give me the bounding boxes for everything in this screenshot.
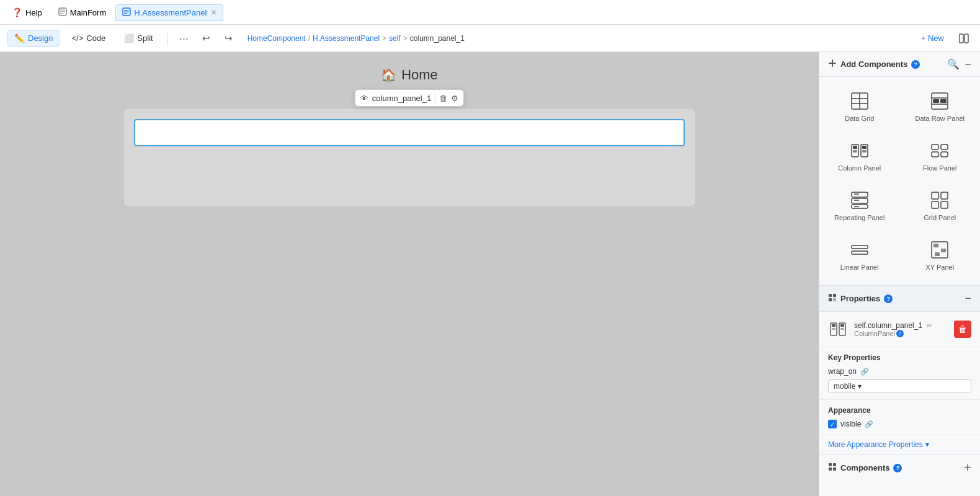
repeating-panel-label: Repeating Panel: [834, 214, 884, 221]
breadcrumb-arrow-1: >: [382, 34, 386, 43]
search-icon[interactable]: 🔍: [947, 58, 960, 70]
svg-rect-57: [829, 467, 832, 471]
component-grid-panel[interactable]: Grid Panel: [900, 181, 981, 231]
form-icon: [58, 7, 67, 18]
split-button[interactable]: ⬜ Split: [117, 30, 159, 46]
wrap-on-link-icon[interactable]: 🔗: [860, 368, 869, 376]
panel-outer[interactable]: 👁 column_panel_1 🗑 ⚙: [124, 109, 695, 206]
svg-rect-27: [932, 152, 938, 157]
svg-rect-38: [941, 202, 948, 208]
svg-rect-55: [829, 463, 832, 466]
svg-rect-53: [832, 328, 835, 330]
breadcrumb: HomeComponent / H.AssessmentPanel > self…: [247, 34, 465, 43]
toolbar-sep-1: [167, 31, 168, 46]
settings-icon[interactable]: ⚙: [451, 94, 458, 103]
flow-panel-icon: [930, 141, 950, 161]
canvas-title: 🏠 Home: [381, 67, 438, 83]
component-xy-panel[interactable]: XY Panel: [900, 231, 981, 280]
component-repeating-panel[interactable]: Repeating Panel: [819, 181, 900, 231]
properties-info[interactable]: ?: [884, 294, 893, 303]
component-flow-panel[interactable]: Flow Panel: [900, 131, 981, 181]
tab-mainform[interactable]: MainForm: [51, 4, 114, 20]
add-components-title: Add Components ?: [828, 59, 920, 69]
breadcrumb-home-component[interactable]: HomeComponent: [247, 34, 306, 43]
components-bottom-icon: [828, 463, 837, 473]
eye-icon[interactable]: 👁: [360, 94, 368, 103]
more-options-button[interactable]: ⋯: [176, 30, 193, 47]
svg-rect-21: [853, 146, 857, 149]
panel-toolbar: 👁 column_panel_1 🗑 ⚙: [355, 89, 464, 107]
components-bottom-info[interactable]: ?: [893, 464, 902, 472]
properties-collapse-icon[interactable]: −: [964, 292, 971, 305]
code-icon: </>: [71, 33, 83, 43]
component-data-row-panel[interactable]: Data Row Panel: [900, 82, 981, 131]
split-icon: ⬜: [124, 33, 134, 43]
svg-rect-25: [932, 144, 938, 149]
design-button[interactable]: ✏️ Design: [7, 30, 60, 47]
components-add-icon[interactable]: +: [964, 461, 971, 475]
svg-rect-45: [829, 294, 832, 297]
edit-icon[interactable]: ✏: [927, 322, 932, 330]
properties-label: Properties: [840, 294, 880, 303]
expand-button[interactable]: [955, 30, 973, 47]
tab-help[interactable]: ❓ Help: [5, 4, 49, 20]
visible-checkbox[interactable]: ✓: [828, 420, 837, 428]
svg-rect-37: [932, 202, 938, 208]
wrap-on-value: mobile: [834, 382, 855, 391]
visible-link-icon[interactable]: 🔗: [865, 420, 873, 428]
tab-close-icon[interactable]: ✕: [211, 9, 216, 17]
component-type-info[interactable]: ?: [896, 330, 904, 337]
canvas-title-text: Home: [401, 67, 438, 83]
linear-panel-label: Linear Panel: [840, 264, 879, 271]
components-bottom-title: Components ?: [828, 463, 902, 473]
dropdown-chevron: ▾: [858, 382, 862, 391]
add-components-info[interactable]: ?: [911, 60, 920, 69]
collapse-icon[interactable]: −: [964, 59, 971, 70]
svg-rect-48: [833, 298, 836, 301]
components-bottom-label: Components: [840, 463, 889, 472]
xy-panel-label: XY Panel: [925, 264, 954, 271]
data-grid-label: Data Grid: [845, 115, 874, 122]
prop-component-name-row: self.column_panel_1 ✏: [854, 321, 948, 330]
svg-rect-40: [852, 251, 868, 254]
component-linear-panel[interactable]: Linear Panel: [819, 231, 900, 280]
prop-component-type-row: ColumnPanel ?: [854, 330, 948, 337]
split-label: Split: [137, 33, 153, 43]
redo-button[interactable]: ↪: [220, 30, 238, 47]
key-properties-section: Key Properties wrap_on 🔗 mobile ▾: [819, 347, 980, 400]
column-panel-inner[interactable]: [134, 119, 685, 146]
add-components-label: Add Components: [840, 60, 907, 69]
svg-rect-58: [833, 467, 836, 471]
appearance-title: Appearance: [828, 406, 971, 415]
svg-rect-51: [832, 324, 835, 327]
prop-component-details: self.column_panel_1 ✏ ColumnPanel ?: [854, 321, 948, 337]
xy-panel-icon: [930, 240, 950, 260]
tab-mainform-label: MainForm: [70, 8, 107, 17]
more-appearance-button[interactable]: More Appearance Properties ▾: [819, 435, 980, 454]
wrap-on-row: wrap_on 🔗: [828, 367, 971, 376]
panel-spacer: [134, 146, 685, 196]
trash-icon[interactable]: 🗑: [439, 94, 447, 103]
repeating-panel-icon: [850, 190, 870, 210]
code-button[interactable]: </> Code: [65, 30, 112, 46]
wrap-on-dropdown[interactable]: mobile ▾: [828, 379, 971, 393]
column-panel-label: Column Panel: [838, 164, 881, 172]
component-data-grid[interactable]: Data Grid: [819, 82, 900, 131]
svg-rect-28: [941, 152, 948, 157]
home-icon: 🏠: [381, 68, 396, 82]
undo-button[interactable]: ↩: [198, 30, 215, 47]
tab-assessment-label: H.AssessmentPanel: [134, 8, 207, 17]
new-button[interactable]: + New: [914, 30, 950, 46]
component-column-panel[interactable]: Column Panel: [819, 131, 900, 181]
toolbar-right: + New: [914, 30, 973, 47]
svg-rect-44: [935, 252, 940, 256]
delete-component-button[interactable]: 🗑: [954, 321, 971, 338]
canvas: 🏠 Home 👁 column_panel_1 🗑 ⚙: [0, 52, 819, 496]
tab-assessment[interactable]: H.AssessmentPanel ✕: [115, 4, 223, 21]
properties-title: Properties ?: [828, 293, 893, 304]
breadcrumb-assessment-panel[interactable]: H.AssessmentPanel: [313, 34, 380, 43]
components-grid: Data Grid Data Row Panel: [819, 77, 980, 285]
toolbar: ✏️ Design </> Code ⬜ Split ⋯ ↩ ↪ HomeCom…: [0, 25, 980, 52]
svg-rect-31: [852, 205, 868, 208]
breadcrumb-self[interactable]: self: [389, 34, 401, 43]
